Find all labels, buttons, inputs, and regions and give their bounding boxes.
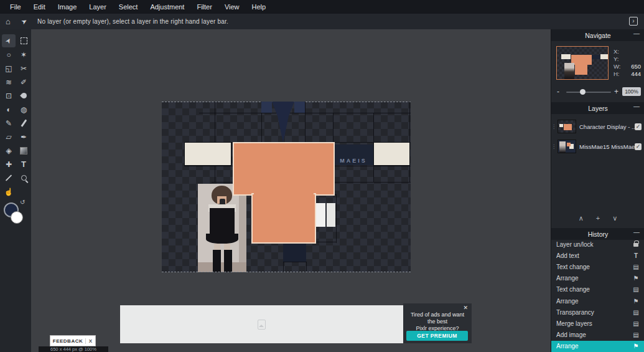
menu-image[interactable]: Image [52, 3, 83, 11]
canvas-skin-image[interactable]: MAEIS [162, 102, 411, 272]
tool-zoom[interactable] [17, 171, 30, 184]
history-item[interactable]: Text change ▤ [551, 284, 644, 295]
tool-eraser[interactable]: ▱ [2, 130, 16, 143]
lasso-icon: ○ [6, 50, 11, 59]
home-icon[interactable]: ⌂ [0, 17, 16, 26]
tool-hand[interactable]: ☝ [2, 185, 16, 198]
move-layer-up-button[interactable]: ∧ [579, 214, 584, 224]
layer-thumbnail [558, 140, 576, 153]
layer-row[interactable]: ⋮⋮ Character Display - ... ✓ [551, 117, 644, 136]
history-item[interactable]: Merge layers ▤ [551, 318, 644, 329]
feedback-close[interactable]: X [85, 338, 95, 344]
minimize-history-icon[interactable]: — [633, 229, 640, 235]
sponge-icon: ◍ [21, 105, 27, 114]
get-premium-button[interactable]: GET PREMIUM [406, 331, 468, 341]
tool-sponge[interactable]: ◍ [17, 103, 30, 116]
tool-heal[interactable] [17, 89, 30, 102]
thumb-shape [564, 124, 572, 130]
color-swatches[interactable]: ↺ [0, 202, 31, 240]
skin-white-leg-right [327, 203, 335, 227]
dodge-burn-icon: ◐ [6, 105, 11, 114]
tool-cutout[interactable]: ✂ [17, 62, 30, 75]
history-item[interactable]: Text change ▤ [551, 261, 644, 272]
history-item[interactable]: Add text T [551, 250, 644, 261]
menu-view[interactable]: View [218, 3, 246, 11]
menu-edit[interactable]: Edit [27, 3, 52, 11]
tool-text[interactable]: T [17, 158, 30, 171]
tool-wand[interactable]: ✶ [17, 48, 30, 61]
swap-colors-icon[interactable]: ↺ [20, 199, 25, 206]
history-item-label: Merge layers [556, 320, 632, 327]
reference-photo [198, 184, 246, 272]
expand-panel-icon[interactable]: › [629, 17, 638, 26]
history-item-active[interactable]: Arrange ⚑ [551, 341, 644, 352]
gradient-icon [20, 147, 27, 155]
tool-patch[interactable]: ✚ [2, 158, 16, 171]
ad-banner[interactable] [120, 305, 403, 343]
skin-navy-block [261, 102, 272, 113]
tool-lasso[interactable]: ○ [2, 48, 16, 61]
tool-pencil[interactable]: ✎ [2, 117, 16, 130]
feedback-button[interactable]: FEEDBACK X [50, 335, 96, 346]
menu-adjustment[interactable]: Adjustment [144, 3, 190, 11]
tool-crop[interactable]: ◱ [2, 62, 16, 75]
add-layer-button[interactable]: + [596, 214, 600, 224]
history-item-label: Add image [556, 331, 632, 338]
zoom-in-button[interactable]: + [614, 87, 618, 96]
layer-visibility-checkbox[interactable]: ✓ [635, 123, 642, 130]
drag-grip-icon[interactable]: ⋮⋮ [551, 124, 558, 130]
navigate-thumbnail[interactable] [556, 46, 609, 80]
eyedropper-icon [6, 174, 12, 181]
minimize-layers-icon[interactable]: — [633, 103, 640, 110]
tool-marquee[interactable] [17, 34, 30, 47]
photo-shadow [239, 184, 246, 272]
history-item[interactable]: Arrange ⚑ [551, 295, 644, 307]
tool-brush[interactable] [17, 117, 30, 130]
thumb-shape [592, 55, 600, 59]
h-label: H: [614, 70, 620, 78]
tool-ink[interactable]: ✒ [17, 130, 30, 143]
navigate-panel-header: Navigate — [551, 29, 644, 41]
layer-visibility-checkbox[interactable]: ✓ [635, 143, 642, 150]
minimize-navigate-icon[interactable]: — [633, 30, 640, 37]
tool-fill[interactable]: ◈ [2, 144, 16, 157]
tool-liquify[interactable]: ≋ [2, 75, 16, 88]
menu-layer[interactable]: Layer [83, 3, 113, 11]
close-ad-icon[interactable]: ✕ [463, 305, 468, 311]
move-layer-down-button[interactable]: ∨ [612, 214, 617, 224]
photo-floor [198, 262, 246, 272]
history-item-label: Add text [556, 252, 632, 259]
text-tool-icon: T [21, 159, 26, 169]
zoom-slider-knob[interactable] [580, 89, 586, 95]
history-item[interactable]: Add image ▤ [551, 330, 644, 341]
layer-row[interactable]: ⋮⋮ MissMae15 MissMae... ✓ [551, 137, 644, 156]
history-item[interactable]: Transparancy ▤ [551, 307, 644, 318]
magic-wand-icon: ✶ [21, 50, 27, 59]
pixlr-pointer-icon[interactable]: ➤ [15, 14, 33, 29]
history-item[interactable]: Layer un/lock [551, 239, 644, 250]
menu-file[interactable]: File [4, 3, 27, 11]
layers-panel-header: Layers — [551, 102, 644, 114]
menu-help[interactable]: Help [246, 3, 273, 11]
background-color[interactable] [11, 211, 23, 224]
tool-gradient[interactable] [17, 144, 30, 157]
notice-text: No layer (or empty layer), select a laye… [37, 18, 228, 25]
ink-pen-icon: ✒ [21, 133, 27, 141]
tool-dodge-burn[interactable]: ◐ [2, 103, 16, 116]
skin-cream-block-left [184, 142, 231, 166]
menu-bar: File Edit Image Layer Select Adjustment … [0, 0, 644, 14]
skin-shirt-seam [254, 193, 314, 197]
zoom-out-button[interactable]: - [557, 87, 559, 96]
tool-eyedropper[interactable] [2, 171, 16, 184]
skin-navy-block [294, 102, 305, 113]
drag-grip-icon[interactable]: ⋮⋮ [551, 144, 558, 150]
w-value: 650 [631, 63, 641, 70]
zoom-value[interactable]: 100% [622, 87, 641, 96]
tool-clone[interactable]: ⊡ [2, 89, 16, 102]
tool-pen[interactable]: ✐ [17, 75, 30, 88]
menu-select[interactable]: Select [113, 3, 144, 11]
zoom-slider[interactable] [566, 92, 611, 93]
history-item[interactable]: Arrange ⚑ [551, 273, 644, 284]
tool-move[interactable]: ➤ [2, 34, 16, 47]
menu-filter[interactable]: Filter [190, 3, 218, 11]
